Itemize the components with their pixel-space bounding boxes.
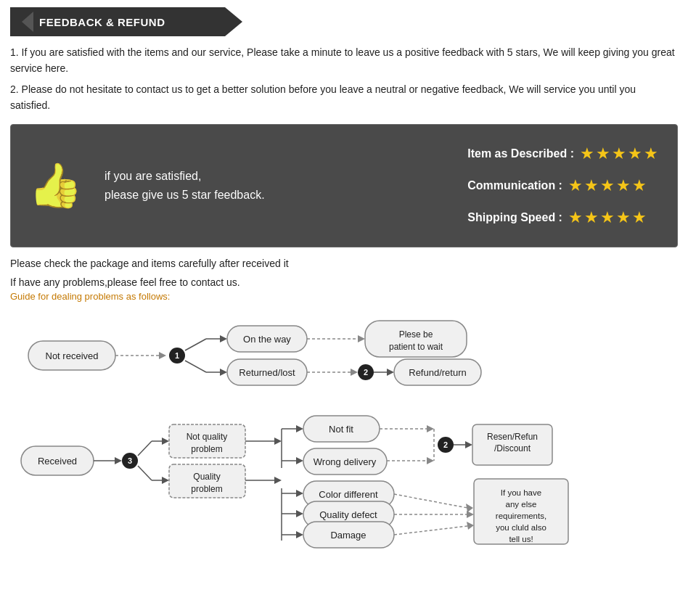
svg-line-4 [185, 339, 206, 350]
svg-marker-37 [274, 438, 282, 445]
svg-marker-17 [351, 369, 358, 376]
stars-row-2: Communication : ★★★★★ [467, 170, 660, 202]
communication-stars: ★★★★★ [568, 170, 648, 202]
shipping-speed-stars: ★★★★★ [568, 202, 648, 234]
feedback-line2: please give us 5 star feedback. [105, 186, 265, 205]
check-line2: If have any problems,please feel free to… [10, 276, 678, 288]
stars-row-3: Shipping Speed : ★★★★★ [467, 202, 660, 234]
svg-marker-2 [159, 352, 166, 359]
svg-marker-28 [162, 438, 169, 445]
svg-marker-9 [358, 335, 365, 342]
svg-marker-72 [467, 522, 474, 530]
svg-text:problem: problem [191, 484, 222, 494]
not-quality-problem-text: Not quality [187, 432, 228, 442]
flow-diagram: Not received 1 On the way Plese be patie… [17, 312, 671, 561]
feedback-banner: 👍 if you are satisfied, please give us 5… [10, 124, 678, 247]
intro-para1: 1. If you are satisfied with the items a… [10, 45, 678, 76]
check-line1: Please check the package and items caref… [10, 258, 678, 269]
svg-marker-14 [220, 369, 227, 376]
svg-line-31 [138, 466, 152, 480]
svg-text:any else: any else [506, 500, 537, 509]
feedback-text: if you are satisfied, please give us 5 s… [105, 167, 265, 204]
svg-text:requirements,: requirements, [496, 512, 546, 520]
svg-marker-53 [296, 531, 303, 538]
svg-line-12 [185, 361, 206, 372]
received-text: Received [38, 456, 77, 467]
stars-section: Item as Described : ★★★★★ Communication … [467, 138, 660, 234]
svg-marker-20 [387, 369, 394, 376]
not-received-text: Not received [46, 350, 99, 361]
svg-line-71 [394, 526, 467, 535]
svg-text:problem: problem [191, 444, 222, 454]
stars-row-1: Item as Described : ★★★★★ [467, 138, 660, 170]
svg-text:tell us!: tell us! [509, 535, 533, 543]
svg-marker-40 [296, 425, 303, 432]
if-you-have-text: If you have [501, 488, 541, 497]
svg-line-67 [394, 494, 467, 508]
svg-marker-46 [274, 477, 282, 484]
flow-svg: Not received 1 On the way Plese be patie… [17, 312, 671, 559]
guide-label: Guide for dealing problems as follows: [10, 291, 678, 302]
svg-marker-24 [115, 457, 122, 464]
not-fit-text: Not fit [329, 424, 353, 435]
header-bar: FEEDBACK & REFUND [10, 7, 242, 36]
wrong-delivery-text: Wrong delivery [314, 456, 377, 467]
badge3: 3 [128, 456, 132, 465]
svg-marker-6 [220, 335, 227, 342]
quality-problem-text: Quality [193, 472, 220, 482]
feedback-line1: if you are satisfied, [105, 167, 265, 186]
svg-text:/Discount: /Discount [494, 443, 531, 453]
svg-marker-42 [296, 457, 303, 464]
quality-defect-text: Quality defect [319, 509, 377, 520]
svg-text:patient to wait: patient to wait [389, 342, 443, 352]
svg-line-26 [138, 441, 152, 456]
svg-marker-49 [296, 490, 303, 497]
color-different-text: Color different [319, 489, 378, 500]
svg-marker-68 [466, 504, 473, 512]
svg-marker-59 [427, 425, 434, 432]
svg-marker-70 [467, 511, 474, 518]
shipping-speed-label: Shipping Speed : [467, 206, 562, 229]
intro-para2: 2. Please do not hesitate to contact us … [10, 82, 678, 113]
svg-marker-33 [162, 477, 169, 484]
damage-text: Damage [330, 530, 366, 541]
svg-text:you cluld also: you cluld also [496, 523, 546, 532]
please-be-patient-text: Plese be [399, 329, 433, 340]
thumbs-up-icon: 👍 [28, 164, 83, 208]
svg-marker-64 [465, 441, 472, 448]
svg-marker-51 [296, 510, 303, 517]
page-title: FEEDBACK & REFUND [39, 16, 165, 28]
badge2-bottom: 2 [443, 440, 448, 449]
on-the-way-text: On the way [243, 334, 291, 345]
item-described-label: Item as Described : [467, 142, 574, 165]
refund-return-text: Refund/return [409, 367, 467, 378]
returned-lost-text: Returned/lost [239, 367, 295, 378]
badge1: 1 [175, 351, 179, 360]
communication-label: Communication : [467, 174, 562, 197]
resen-refund-text: Resen/Refun [487, 432, 538, 442]
item-described-stars: ★★★★★ [580, 138, 660, 170]
badge2-top: 2 [364, 368, 368, 377]
svg-marker-60 [427, 457, 434, 464]
